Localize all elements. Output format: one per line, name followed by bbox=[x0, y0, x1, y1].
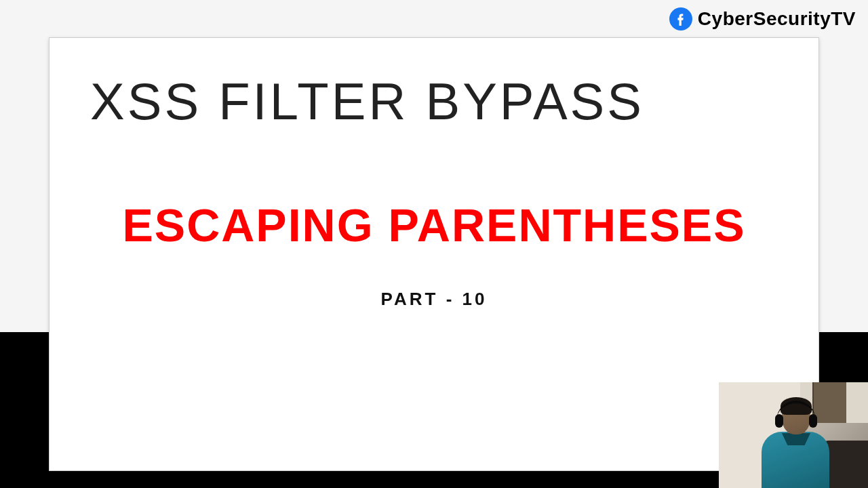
facebook-glyph-icon bbox=[674, 7, 688, 30]
facebook-icon[interactable] bbox=[669, 7, 692, 30]
brand-name: CyberSecurityTV bbox=[698, 8, 856, 30]
slide-card: XSS FILTER BYPASS ESCAPING PARENTHESES P… bbox=[49, 37, 819, 471]
header-bar: CyberSecurityTV bbox=[0, 0, 868, 37]
webcam-presenter bbox=[756, 399, 831, 488]
webcam-overlay bbox=[719, 382, 868, 488]
slide-subtitle: ESCAPING PARENTHESES bbox=[90, 199, 778, 251]
headphone-earcup-left-icon bbox=[775, 414, 783, 428]
slide-part-label: PART - 10 bbox=[90, 289, 778, 310]
slide-title: XSS FILTER BYPASS bbox=[90, 72, 778, 131]
headphone-earcup-right-icon bbox=[809, 414, 817, 428]
